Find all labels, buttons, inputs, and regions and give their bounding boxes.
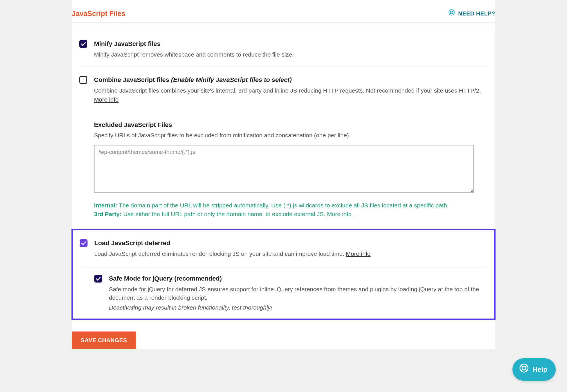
safe-mode-checkbox[interactable] [94,275,102,283]
option-safe-mode-jquery: Safe Mode for jQuery (recommended) Safe … [80,266,487,312]
option-combine-js: Combine JavaScript files (Enable Minify … [79,67,488,112]
excluded-notes: Internal: The domain part of the URL wil… [94,201,471,226]
minify-js-desc: Minify JavaScript removes whitespace and… [94,50,488,59]
need-help-link[interactable]: NEED HELP? [448,9,495,18]
excluded-more-info-link[interactable]: More info [327,211,352,217]
option-defer-js: Load JavaScript deferred Load JavaScript… [80,230,487,266]
defer-js-desc: Load JavaScript deferred eliminates rend… [94,250,487,258]
floating-help-label: Help [533,365,547,366]
excluded-desc: Specify URLs of JavaScript files to be e… [94,131,488,140]
combine-js-title-main: Combine JavaScript files [94,76,169,83]
note-internal-text: The domain part of the URL will be strip… [117,202,449,209]
svg-point-1 [451,11,453,14]
page-title: JavaScript Files [72,8,125,19]
option-minify-js: Minify JavaScript files Minify JavaScrip… [79,31,488,67]
need-help-label: NEED HELP? [458,10,495,18]
combine-js-checkbox[interactable] [79,76,87,84]
svg-line-9 [525,365,527,366]
options-panel: Minify JavaScript files Minify JavaScrip… [72,31,495,320]
svg-line-4 [450,13,451,14]
save-changes-button[interactable]: SAVE CHANGES [72,331,136,349]
safe-mode-title: Safe Mode for jQuery (recommended) [109,274,487,283]
lifebuoy-icon [448,9,455,18]
safe-mode-desc: Safe mode for jQuery for deferred JS ens… [109,285,487,302]
floating-help-button[interactable]: Help [512,358,556,366]
lifebuoy-icon [519,363,529,366]
note-3rdparty-label: 3rd Party: [94,211,122,217]
defer-highlight-group: Load JavaScript deferred Load JavaScript… [71,229,496,320]
excluded-js-block: Excluded JavaScript Files Specify URLs o… [79,112,488,229]
svg-line-2 [450,10,451,12]
note-3rdparty-text: Use either the full URL path or only the… [122,211,327,217]
combine-more-info-link[interactable]: More info [94,95,119,104]
defer-js-desc-text: Load JavaScript deferred eliminates rend… [94,250,346,257]
combine-js-title-hint: (Enable Minify JavaScript files to selec… [171,76,292,83]
combine-js-desc: Combine JavaScript files combines your s… [94,86,488,104]
svg-line-5 [453,13,454,14]
minify-js-checkbox[interactable] [79,40,87,48]
defer-more-info-link[interactable]: More info [346,250,371,258]
defer-js-title: Load JavaScript deferred [94,239,487,248]
combine-js-title: Combine JavaScript files (Enable Minify … [94,75,488,85]
combine-js-desc-text: Combine JavaScript files combines your s… [94,87,481,94]
minify-js-title: Minify JavaScript files [94,39,488,49]
excluded-title: Excluded JavaScript Files [94,120,488,130]
section-header: JavaScript Files NEED HELP? [72,3,495,23]
svg-line-8 [521,365,523,366]
svg-line-3 [453,10,454,12]
note-internal-label: Internal: [94,202,117,209]
excluded-js-textarea[interactable] [94,145,474,193]
safe-mode-warning: Deactivating may result in broken functi… [109,303,487,312]
defer-js-checkbox[interactable] [80,239,88,247]
